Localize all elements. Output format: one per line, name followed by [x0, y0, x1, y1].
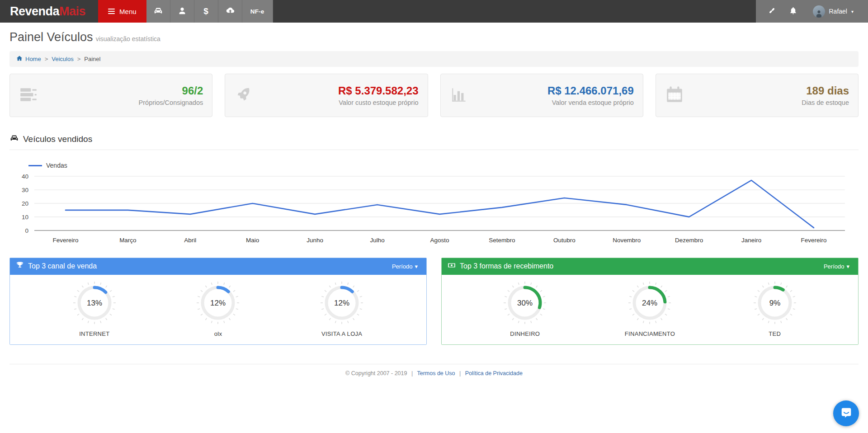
svg-text:Outubro: Outubro [553, 237, 576, 244]
svg-text:20: 20 [22, 200, 28, 207]
gauge-label: TED [769, 330, 781, 337]
svg-text:Abril: Abril [184, 237, 196, 244]
gauge-label: VISITA A LOJA [321, 330, 362, 337]
svg-text:Dezembro: Dezembro [675, 237, 703, 244]
chevron-down-icon: ▾ [851, 9, 854, 14]
vehicles-nav-button[interactable] [146, 0, 170, 23]
menu-button[interactable]: Menu [98, 0, 146, 23]
clients-nav-button[interactable] [170, 0, 194, 23]
calendar-icon [665, 85, 684, 106]
breadcrumb-veiculos-link[interactable]: Veiculos [52, 56, 73, 62]
svg-text:Novembro: Novembro [613, 237, 641, 244]
gauge-dial: 13% [73, 281, 116, 326]
privacy-policy-link[interactable]: Política de Privacidade [465, 370, 523, 377]
period-dropdown[interactable]: Período▾ [389, 263, 420, 270]
footer: © Copyright 2007 - 2019 | Termos de Uso … [9, 364, 859, 386]
stat-label: Valor venda estoque próprio [547, 99, 634, 106]
svg-text:24%: 24% [642, 299, 657, 307]
vehicles-sold-section: Veículos vendidos Vendas 403020100Fevere… [9, 133, 859, 247]
page-title: Painel Veículosvisualização estatística [9, 30, 859, 44]
gauge-olx: 12% olx [196, 281, 240, 337]
svg-text:13%: 13% [87, 299, 102, 307]
cloud-upload-icon [225, 6, 235, 17]
gauge-ted: 9% TED [753, 281, 797, 337]
gauge-label: FINANCIAMENTO [625, 330, 675, 337]
finance-nav-button[interactable]: $ [194, 0, 218, 23]
stat-value: 96/2 [139, 85, 203, 97]
svg-text:Setembro: Setembro [489, 237, 515, 244]
chevron-down-icon: ▾ [846, 263, 849, 270]
svg-text:Maio: Maio [246, 237, 259, 244]
menu-label: Menu [119, 8, 137, 15]
svg-text:40: 40 [22, 173, 28, 180]
panel-title: Top 3 formas de recebimento [460, 262, 553, 270]
svg-text:Junho: Junho [307, 237, 323, 244]
svg-text:Julho: Julho [370, 237, 384, 244]
cloud-upload-nav-button[interactable] [218, 0, 242, 23]
svg-text:9%: 9% [769, 299, 780, 307]
user-name: Rafael [829, 8, 847, 15]
period-dropdown[interactable]: Período▾ [821, 263, 852, 270]
svg-text:12%: 12% [334, 299, 349, 307]
gauge-internet: 13% INTERNET [73, 281, 116, 337]
panel-top3-formas-recebimento: Top 3 formas de recebimento Período▾ 30%… [441, 258, 859, 345]
svg-text:0: 0 [25, 227, 28, 234]
sales-line-chart: 403020100FevereiroMarçoAbrilMaioJunhoJul… [9, 170, 859, 247]
breadcrumb-separator: > [77, 56, 81, 62]
page-subtitle: visualização estatística [96, 35, 160, 42]
stat-label: Valor custo estoque próprio [338, 99, 418, 106]
brand-logo: RevendaMais [0, 0, 98, 23]
car-icon [153, 6, 163, 17]
stat-card-dias-estoque: 189 dias Dias de estoque [656, 74, 859, 117]
gauge-financiamento: 24% FINANCIAMENTO [625, 281, 675, 337]
gauge-dial: 9% [753, 281, 797, 326]
gauge-visita-a-loja: 12% VISITA A LOJA [320, 281, 363, 337]
navbar-right-group: Rafael ▾ [756, 0, 868, 23]
svg-text:Janeiro: Janeiro [741, 237, 761, 244]
banknote-icon [448, 261, 456, 271]
navbar: RevendaMais Menu $ NF-e Rafael ▾ [0, 0, 868, 23]
gauge-label: INTERNET [79, 330, 109, 337]
gauge-dial: 12% [320, 281, 363, 326]
brand-part2: Mais [59, 5, 85, 19]
user-menu[interactable]: Rafael ▾ [810, 5, 857, 18]
stat-card-valor-custo: R$ 5.379.582,23 Valor custo estoque próp… [225, 74, 428, 117]
panel-title: Top 3 canal de venda [28, 262, 97, 270]
stat-cards-row: 96/2 Próprios/Consignados R$ 5.379.582,2… [9, 74, 859, 117]
stat-label: Próprios/Consignados [139, 99, 203, 106]
chain-link-icon [768, 6, 776, 16]
hamburger-icon [108, 9, 115, 14]
svg-text:Agosto: Agosto [430, 237, 449, 244]
link-shortcuts-button[interactable] [768, 6, 776, 16]
notifications-button[interactable] [789, 6, 797, 16]
stat-value: 189 dias [802, 85, 849, 97]
tasks-icon [19, 85, 38, 106]
stat-value: R$ 5.379.582,23 [338, 85, 418, 97]
stat-label: Dias de estoque [802, 99, 849, 106]
svg-text:30%: 30% [517, 299, 533, 307]
dollar-icon: $ [203, 6, 208, 16]
stat-value: R$ 12.466.071,69 [547, 85, 634, 97]
chevron-down-icon: ▾ [415, 263, 418, 270]
avatar [813, 5, 825, 18]
panel-body: 13% INTERNET 12% olx 12% VISITA A LOJA [10, 275, 426, 344]
nfe-nav-button[interactable]: NF-e [242, 0, 273, 23]
panel-header: Top 3 canal de venda Período▾ [10, 258, 426, 275]
breadcrumb-separator: > [45, 56, 48, 62]
terms-of-use-link[interactable]: Termos de Uso [417, 370, 455, 377]
svg-text:12%: 12% [210, 299, 226, 307]
footer-separator: | [459, 370, 461, 377]
copyright-text: © Copyright 2007 - 2019 [345, 370, 407, 377]
panel-body: 30% DINHEIRO 24% FINANCIAMENTO 9% TED [442, 275, 858, 344]
brand-part1: Revenda [10, 5, 59, 19]
panel-top3-canal-venda: Top 3 canal de venda Período▾ 13% INTERN… [9, 258, 427, 345]
home-icon [16, 55, 23, 63]
svg-text:Março: Março [119, 237, 136, 244]
page-header: Painel Veículosvisualização estatística [0, 23, 868, 49]
gauge-dial: 12% [196, 281, 240, 326]
breadcrumb-home-link[interactable]: Home [16, 55, 41, 63]
panel-header: Top 3 formas de recebimento Período▾ [442, 258, 858, 275]
legend-label: Vendas [46, 162, 67, 169]
svg-text:10: 10 [22, 214, 28, 221]
trophy-icon [16, 261, 24, 271]
